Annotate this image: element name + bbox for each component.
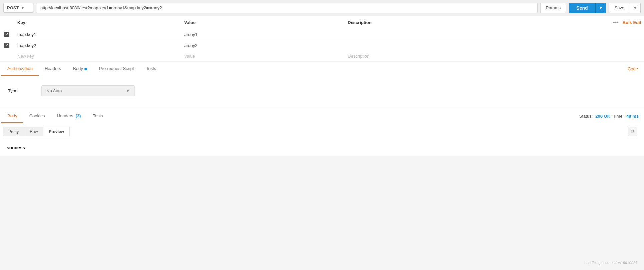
description-header: Description [344,16,470,29]
view-pretty-button[interactable]: Pretty [3,127,24,136]
tab-headers[interactable]: Headers [39,62,67,76]
tab-body[interactable]: Body [67,62,93,76]
auth-type-select[interactable]: No Auth ▼ [41,85,135,96]
send-button-group: Send ▼ [569,3,606,13]
table-row: map.key2 arony2 [0,40,644,51]
row2-check-cell [0,40,13,51]
value-header: Value [180,16,344,29]
request-tabs: Authorization Headers Body Pre-request S… [0,62,644,76]
placeholder-row: New key Value Description [0,51,644,62]
method-chevron-icon: ▼ [21,6,24,10]
row1-actions-cell [470,29,644,40]
response-status: Status: 200 OK Time: 48 ms [579,114,643,119]
row1-check-cell [0,29,13,40]
send-button[interactable]: Send [569,3,595,13]
row2-key-cell[interactable]: map.key2 [13,40,180,51]
row2-checkbox[interactable] [4,43,9,48]
placeholder-actions-cell [470,51,644,62]
status-value: 200 OK [595,114,610,119]
table-row: map.key1 arony1 [0,29,644,40]
row2-actions-cell [470,40,644,51]
row1-desc-cell[interactable] [344,29,470,40]
auth-type-value: No Auth [46,88,62,93]
row1-checkbox[interactable] [4,32,9,37]
resp-tab-body[interactable]: Body [1,109,23,123]
top-bar: POST ▼ Params Send ▼ Save ▼ [0,0,644,16]
row1-key-cell[interactable]: map.key1 [13,29,180,40]
view-preview-button[interactable]: Preview [43,127,69,136]
time-label: Time: [613,114,624,119]
status-label: Status: [579,114,593,119]
actions-col-header: ••• Bulk Edit [470,16,644,29]
method-selector[interactable]: POST ▼ [3,3,33,13]
copy-button[interactable]: ⧉ [628,127,637,136]
url-input[interactable] [36,3,538,13]
params-table: Key Value Description ••• Bulk Edit map.… [0,16,644,62]
resp-tab-headers[interactable]: Headers (3) [51,109,87,123]
type-label: Type [8,88,35,93]
more-options-button[interactable]: ••• [610,19,621,25]
placeholder-desc-cell[interactable]: Description [344,51,470,62]
code-button[interactable]: Code [622,62,644,75]
tab-tests[interactable]: Tests [140,62,162,76]
params-section: Key Value Description ••• Bulk Edit map.… [0,16,644,62]
placeholder-key-cell[interactable]: New key [13,51,180,62]
placeholder-check-cell [0,51,13,62]
tab-pre-request-script[interactable]: Pre-request Script [93,62,140,76]
row1-value-cell[interactable]: arony1 [180,29,344,40]
headers-badge: (3) [75,113,81,118]
row2-desc-cell[interactable] [344,40,470,51]
auth-select-chevron-icon: ▼ [126,89,130,93]
params-button[interactable]: Params [540,3,567,13]
response-body: success [0,140,644,156]
response-tabs-bar: Body Cookies Headers (3) Tests Status: 2… [0,109,644,123]
response-section: Body Cookies Headers (3) Tests Status: 2… [0,109,644,156]
placeholder-value-cell[interactable]: Value [180,51,344,62]
bulk-edit-button[interactable]: Bulk Edit [623,20,641,25]
save-button-group: Save ▼ [609,3,641,13]
save-dropdown-button[interactable]: ▼ [630,3,641,13]
auth-row: Type No Auth ▼ [8,85,636,96]
params-header-row: Key Value Description ••• Bulk Edit [0,16,644,29]
send-dropdown-button[interactable]: ▼ [595,3,606,13]
resp-tab-cookies[interactable]: Cookies [23,109,51,123]
view-raw-button[interactable]: Raw [24,127,43,136]
resp-tab-tests[interactable]: Tests [87,109,109,123]
view-buttons: Pretty Raw Preview ⧉ [0,123,644,140]
check-col-header [0,16,13,29]
auth-section: Type No Auth ▼ [0,76,644,109]
time-value: 48 ms [626,114,639,119]
tab-authorization[interactable]: Authorization [1,62,39,76]
key-header: Key [13,16,180,29]
row2-value-cell[interactable]: arony2 [180,40,344,51]
save-button[interactable]: Save [609,3,630,13]
body-dot [84,68,87,70]
method-label: POST [7,5,19,10]
